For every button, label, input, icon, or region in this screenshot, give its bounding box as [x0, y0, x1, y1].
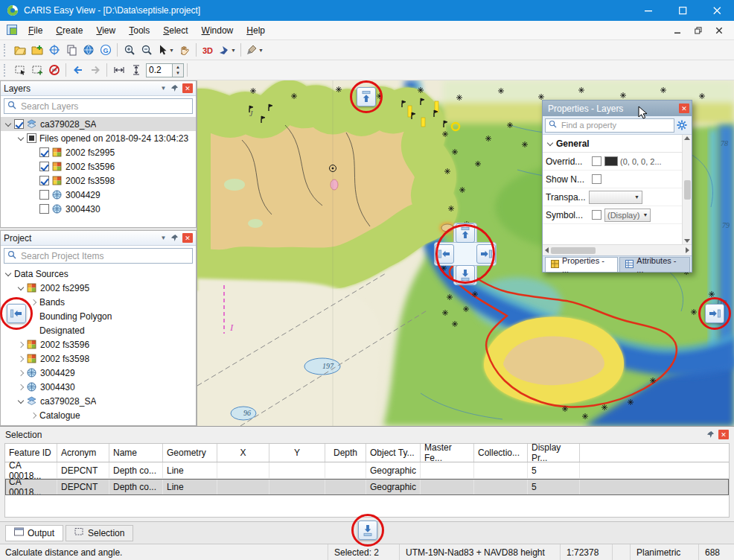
tree-item-3004429[interactable]: 3004429	[1, 366, 196, 380]
pin-icon[interactable]	[169, 83, 180, 94]
tree-item-2002-fs3598[interactable]: 2002 fs3598	[1, 174, 196, 188]
expander-icon[interactable]	[16, 340, 25, 349]
dropdown-arrow-icon[interactable]: ▼	[231, 48, 236, 53]
tree-item-files-opened-on-2018-09-24-13-04-23[interactable]: Files opened on 2018-09-24 13:04:23	[1, 131, 196, 145]
expander-icon[interactable]	[546, 139, 555, 148]
properties-hscrollbar[interactable]	[543, 244, 692, 255]
panel-menu-icon[interactable]: ▼	[158, 83, 169, 94]
tree-item-catalogue[interactable]: Catalogue	[1, 408, 196, 422]
property-checkbox[interactable]	[592, 210, 601, 220]
layer-checkbox[interactable]	[14, 119, 24, 129]
color-swatch[interactable]	[604, 156, 618, 166]
close-panel-icon[interactable]: ✕	[182, 233, 193, 243]
scroll-right-icon[interactable]	[686, 247, 689, 253]
expander-icon[interactable]	[29, 298, 38, 307]
prev-view-button[interactable]	[69, 62, 86, 78]
mdi-restore-button[interactable]	[688, 23, 709, 38]
properties-vscrollbar[interactable]	[682, 135, 692, 244]
tolerance-spinner[interactable]: ▲▼	[173, 63, 184, 77]
expander-icon[interactable]	[4, 270, 13, 279]
column-header-acronym[interactable]: Acronym	[57, 444, 109, 462]
find-property-input[interactable]	[560, 120, 671, 130]
maximize-button[interactable]	[666, 0, 700, 21]
select-cursor-button[interactable]: ▼	[155, 42, 176, 58]
column-header-x[interactable]: X	[217, 444, 269, 462]
property-row-symbol[interactable]: Symbol...(Display)▼	[543, 206, 682, 224]
dock-guide-center-right[interactable]	[476, 244, 496, 264]
dock-guide-center-top[interactable]	[456, 223, 475, 243]
close-button[interactable]	[700, 0, 734, 21]
layer-checkbox[interactable]	[39, 162, 49, 171]
property-row-overrid[interactable]: Overrid...(0, 0, 0, 2...	[543, 153, 682, 171]
layers-search[interactable]	[4, 98, 193, 114]
scroll-up-icon[interactable]	[684, 136, 690, 140]
copy-button[interactable]	[63, 42, 80, 58]
expander-icon[interactable]	[16, 134, 25, 143]
project-search-input[interactable]	[19, 250, 189, 262]
property-checkbox[interactable]	[592, 174, 601, 184]
mdi-minimize-button[interactable]	[667, 23, 688, 38]
tab-attributes[interactable]: Attributes - ...	[619, 257, 690, 272]
tree-item-2002-fs2995[interactable]: 2002 fs2995	[1, 145, 196, 159]
expander-icon[interactable]	[16, 284, 25, 293]
gear-icon[interactable]	[674, 120, 689, 130]
web-map-button[interactable]	[80, 42, 97, 58]
table-row[interactable]: CA 00018...DEPCNTDepth co...LineGeograph…	[5, 479, 729, 495]
project-search[interactable]	[4, 248, 193, 264]
digitize-button[interactable]	[45, 42, 63, 58]
layer-checkbox[interactable]	[39, 190, 49, 200]
google-earth-button[interactable]: G	[97, 42, 114, 58]
dropdown-arrow-icon[interactable]: ▼	[169, 48, 174, 53]
tree-item-designated[interactable]: Designated	[1, 323, 196, 337]
expander-icon[interactable]	[4, 120, 13, 129]
map-view[interactable]: 197967879110JI Properties - Layers ✕	[197, 80, 734, 426]
panel-menu-icon[interactable]: ▼	[158, 233, 169, 244]
column-header-geometry[interactable]: Geometry	[163, 444, 217, 462]
column-header-name[interactable]: Name	[109, 444, 163, 462]
tree-item-ca379028-sa[interactable]: ca379028_SA	[1, 117, 196, 131]
next-view-button[interactable]	[86, 62, 103, 78]
column-header-display-pr[interactable]: Display Pr...	[528, 444, 580, 462]
view-3d-button[interactable]: 3D	[200, 42, 217, 58]
layer-checkbox[interactable]	[39, 147, 49, 157]
dock-guide-top[interactable]	[357, 87, 376, 106]
dock-guide-bottom-edge[interactable]	[358, 521, 377, 540]
property-combobox[interactable]: ▼	[589, 191, 642, 204]
layers-search-input[interactable]	[19, 101, 189, 112]
tree-item-3004430[interactable]: 3004430	[1, 202, 196, 216]
tree-item-data-sources[interactable]: Data Sources	[1, 267, 196, 281]
tree-item-2002-fs3598[interactable]: 2002 fs3598	[1, 351, 196, 366]
tab-properties[interactable]: Properties - ...	[545, 257, 618, 272]
menu-tools[interactable]: Tools	[122, 22, 156, 39]
paintbrush-button[interactable]: ▼	[244, 42, 265, 58]
dropdown-arrow-icon[interactable]: ▼	[258, 48, 264, 53]
dock-guide-left-edge[interactable]	[7, 304, 26, 323]
property-row-show-n[interactable]: Show N...	[543, 171, 682, 188]
expander-icon[interactable]	[16, 383, 25, 392]
table-row[interactable]: CA 00018...DEPCNTDepth co...LineGeograph…	[5, 462, 729, 479]
fly-through-button[interactable]: ▼	[217, 42, 237, 58]
toolbar-grip[interactable]	[4, 64, 7, 77]
mdi-close-button[interactable]	[709, 23, 730, 38]
layer-checkbox[interactable]	[39, 204, 49, 214]
scroll-left-icon[interactable]	[545, 247, 549, 253]
pin-icon[interactable]	[169, 233, 180, 244]
property-row-transpa[interactable]: Transpa...▼	[543, 188, 682, 206]
expander-icon[interactable]	[29, 411, 38, 420]
tree-item-2002-fs3596[interactable]: 2002 fs3596	[1, 159, 196, 174]
tree-item-2002-fs3596[interactable]: 2002 fs3596	[1, 337, 196, 351]
menu-help[interactable]: Help	[240, 22, 272, 39]
menu-file[interactable]: File	[22, 22, 49, 39]
expander-icon[interactable]	[16, 369, 25, 378]
menu-select[interactable]: Select	[156, 22, 194, 39]
minimize-button[interactable]	[631, 0, 666, 21]
menu-window[interactable]: Window	[195, 22, 240, 39]
properties-window-titlebar[interactable]: Properties - Layers ✕	[543, 101, 692, 116]
zoom-out-button[interactable]	[138, 42, 155, 58]
column-header-collectio[interactable]: Collectio...	[474, 444, 528, 462]
dock-guide-center-bottom[interactable]	[456, 265, 475, 284]
column-header-master-fe[interactable]: Master Fe...	[421, 444, 474, 462]
scroll-thumb[interactable]	[551, 247, 596, 254]
tree-item-bounding-polygon[interactable]: Bounding Polygon	[1, 309, 196, 323]
close-panel-icon[interactable]: ✕	[182, 83, 193, 93]
